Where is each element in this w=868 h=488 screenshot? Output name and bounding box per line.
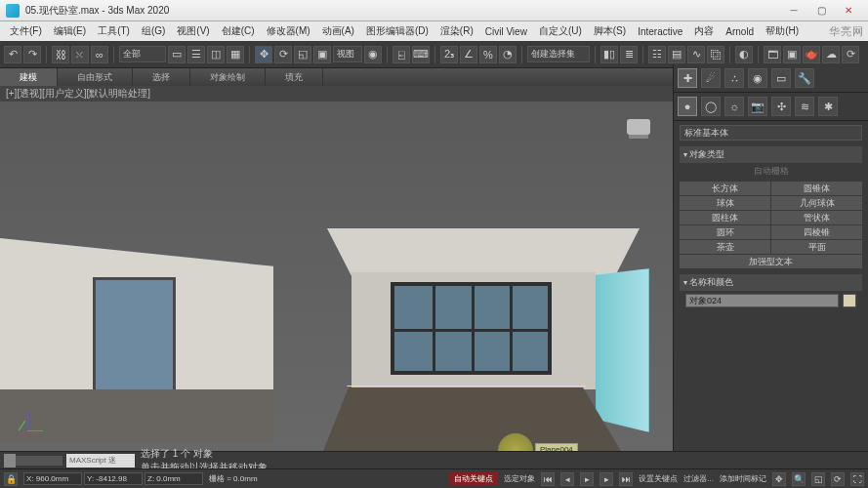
select-by-name-button[interactable]: ☰ bbox=[187, 46, 205, 63]
lights-button[interactable]: ☼ bbox=[724, 97, 744, 116]
zoom-button[interactable]: 🔍 bbox=[792, 472, 806, 486]
timetag-button[interactable]: 添加时间标记 bbox=[720, 473, 766, 484]
prim-geosphere[interactable]: 几何球体 bbox=[771, 196, 862, 210]
ribbon-tab-freeform[interactable]: 自由形式 bbox=[58, 68, 133, 86]
viewport-label[interactable]: [+][透视][用户定义][默认明暗处理] bbox=[6, 87, 150, 101]
prim-pyramid[interactable]: 四棱锥 bbox=[771, 225, 862, 239]
snap-toggle-button[interactable]: 2₃ bbox=[440, 46, 458, 63]
prim-cylinder[interactable]: 圆柱体 bbox=[680, 211, 770, 224]
key-filters-button[interactable]: 过滤器... bbox=[683, 473, 714, 484]
menu-group[interactable]: 组(G) bbox=[136, 24, 171, 38]
render-frame-button[interactable]: ▣ bbox=[783, 46, 801, 63]
menu-content[interactable]: 内容 bbox=[688, 24, 720, 38]
helpers-button[interactable]: ✣ bbox=[771, 97, 791, 116]
render-setup-button[interactable]: 🗔 bbox=[764, 46, 781, 63]
prim-tube[interactable]: 管状体 bbox=[771, 211, 862, 224]
mirror-button[interactable]: ▮▯ bbox=[600, 46, 618, 63]
ribbon-tab-paint[interactable]: 对象绘制 bbox=[190, 68, 266, 86]
placement-button[interactable]: ▣ bbox=[313, 46, 331, 63]
next-frame-button[interactable]: ▸ bbox=[599, 472, 613, 486]
utilities-tab[interactable]: 🔧 bbox=[795, 68, 814, 88]
spacewarps-button[interactable]: ≋ bbox=[795, 97, 814, 116]
setkey-button[interactable]: 设置关键点 bbox=[639, 473, 678, 484]
object-name-input[interactable] bbox=[685, 294, 839, 307]
object-type-rollout[interactable]: 对象类型 bbox=[680, 146, 862, 163]
link-button[interactable]: ⛓ bbox=[52, 46, 69, 63]
move-button[interactable]: ✥ bbox=[255, 46, 272, 63]
time-slider[interactable] bbox=[4, 456, 62, 466]
category-dropdown[interactable]: 标准基本体 bbox=[680, 125, 862, 141]
autokey-button[interactable]: 自动关键点 bbox=[449, 472, 498, 485]
prim-teapot[interactable]: 茶壶 bbox=[680, 240, 770, 254]
menu-file[interactable]: 文件(F) bbox=[4, 24, 48, 38]
menu-interactive[interactable]: Interactive bbox=[632, 26, 688, 37]
menu-anim[interactable]: 动画(A) bbox=[316, 24, 360, 38]
curve-editor-button[interactable]: ∿ bbox=[687, 46, 705, 63]
percent-snap-button[interactable]: % bbox=[479, 46, 497, 63]
prim-textplus[interactable]: 加强型文本 bbox=[680, 255, 862, 268]
menu-create[interactable]: 创建(C) bbox=[216, 24, 261, 38]
motion-tab[interactable]: ◉ bbox=[748, 68, 767, 88]
redo-button[interactable]: ↷ bbox=[23, 46, 41, 63]
angle-snap-button[interactable]: ∠ bbox=[460, 46, 477, 63]
keyboard-shortcut-button[interactable]: ⌨ bbox=[412, 46, 430, 63]
select-region-button[interactable]: ◫ bbox=[207, 46, 225, 63]
schematic-view-button[interactable]: ⿻ bbox=[707, 46, 724, 63]
prim-plane[interactable]: 平面 bbox=[771, 240, 862, 254]
goto-start-button[interactable]: ⏮ bbox=[541, 472, 555, 486]
scale-button[interactable]: ◱ bbox=[294, 46, 311, 63]
bind-button[interactable]: ∞ bbox=[91, 46, 108, 63]
ribbon-tab-populate[interactable]: 填充 bbox=[266, 68, 323, 86]
perspective-viewport[interactable]: Plane004 bbox=[0, 102, 673, 451]
refcoord-dropdown[interactable]: 视图 bbox=[333, 46, 362, 62]
unlink-button[interactable]: ⛌ bbox=[71, 46, 89, 63]
window-crossing-button[interactable]: ▦ bbox=[227, 46, 244, 63]
viewcube[interactable] bbox=[622, 119, 655, 152]
named-selection-dropdown[interactable]: 创建选择集 bbox=[527, 46, 590, 62]
ribbon-tab-modeling[interactable]: 建模 bbox=[0, 68, 58, 86]
align-button[interactable]: ≣ bbox=[620, 46, 638, 63]
menu-civilview[interactable]: Civil View bbox=[479, 26, 533, 37]
pan-view-button[interactable]: ✥ bbox=[772, 472, 786, 486]
toggle-ribbon-button[interactable]: ▤ bbox=[668, 46, 685, 63]
systems-button[interactable]: ✱ bbox=[818, 97, 838, 116]
menu-edit[interactable]: 编辑(E) bbox=[48, 24, 92, 38]
maximize-button[interactable]: ▢ bbox=[807, 2, 835, 20]
menu-script[interactable]: 脚本(S) bbox=[588, 24, 632, 38]
prim-box[interactable]: 长方体 bbox=[680, 182, 770, 195]
hierarchy-tab[interactable]: ⛬ bbox=[724, 68, 744, 88]
select-object-button[interactable]: ▭ bbox=[168, 46, 186, 63]
ribbon-tab-selection[interactable]: 选择 bbox=[133, 68, 190, 86]
undo-button[interactable]: ↶ bbox=[4, 46, 21, 63]
play-button[interactable]: ▸ bbox=[580, 472, 594, 486]
goto-end-button[interactable]: ⏭ bbox=[619, 472, 633, 486]
layer-explorer-button[interactable]: ☷ bbox=[648, 46, 666, 63]
select-manipulate-button[interactable]: ⍇ bbox=[393, 46, 410, 63]
object-color-swatch[interactable] bbox=[843, 294, 856, 307]
menu-arnold[interactable]: Arnold bbox=[720, 26, 760, 37]
display-tab[interactable]: ▭ bbox=[771, 68, 791, 88]
prim-sphere[interactable]: 球体 bbox=[680, 196, 770, 210]
menu-help[interactable]: 帮助(H) bbox=[760, 24, 805, 38]
zoom-extents-button[interactable]: ◱ bbox=[811, 472, 825, 486]
prim-torus[interactable]: 圆环 bbox=[680, 225, 770, 239]
create-tab[interactable]: ✚ bbox=[678, 68, 697, 88]
render-button[interactable]: 🫖 bbox=[803, 46, 820, 63]
rotate-button[interactable]: ⟳ bbox=[274, 46, 292, 63]
coord-x[interactable]: X: 960.0mm bbox=[23, 472, 82, 485]
material-editor-button[interactable]: ◐ bbox=[735, 46, 753, 63]
prev-frame-button[interactable]: ◂ bbox=[560, 472, 574, 486]
name-color-rollout[interactable]: 名称和颜色 bbox=[680, 274, 862, 291]
coord-z[interactable]: Z: 0.0mm bbox=[145, 472, 203, 485]
menu-view[interactable]: 视图(V) bbox=[171, 24, 215, 38]
geometry-button[interactable]: ● bbox=[678, 97, 697, 116]
selected-filter[interactable]: 选定对象 bbox=[504, 473, 535, 484]
spinner-snap-button[interactable]: ◔ bbox=[499, 46, 517, 63]
autogrid-label[interactable]: 自动栅格 bbox=[680, 163, 862, 180]
menu-render[interactable]: 渲染(R) bbox=[434, 24, 479, 38]
maxscript-listener[interactable]: MAXScript 迷 bbox=[66, 454, 135, 468]
menu-customize[interactable]: 自定义(U) bbox=[533, 24, 588, 38]
maximize-viewport-button[interactable]: ⛶ bbox=[850, 472, 864, 486]
shapes-button[interactable]: ◯ bbox=[701, 97, 721, 116]
lock-selection-button[interactable]: 🔒 bbox=[4, 472, 18, 486]
